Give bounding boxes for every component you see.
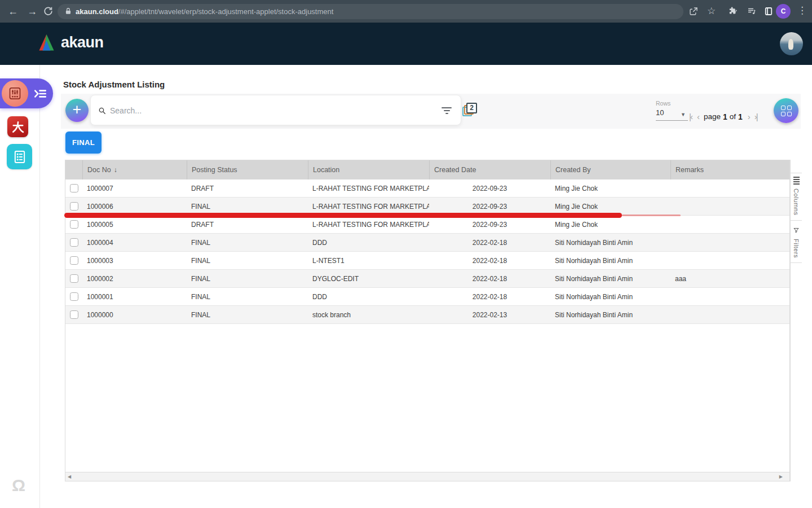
first-page-button[interactable]: |‹: [689, 112, 692, 121]
status-filter-chip[interactable]: FINAL: [65, 132, 102, 154]
tab-columns[interactable]: Columns: [791, 173, 802, 221]
table-row[interactable]: 1000007 DRAFT L-RAHAT TESTING FOR MARKET…: [65, 179, 789, 198]
filter-funnel-icon: [793, 226, 800, 236]
control-panel-button[interactable]: [2, 80, 28, 107]
user-avatar[interactable]: [780, 32, 803, 55]
cell-created-by: Siti Norhidayah Binti Amin: [550, 288, 670, 305]
support-headset-icon[interactable]: Ω: [12, 476, 25, 495]
header-checkbox-column: [65, 160, 82, 179]
cell-created-by: Siti Norhidayah Binti Amin: [550, 234, 670, 251]
row-checkbox[interactable]: [70, 184, 78, 192]
search-input[interactable]: [110, 103, 426, 118]
table-row[interactable]: 1000005 DRAFT L-RAHAT TESTING FOR MARKET…: [65, 216, 789, 234]
rows-per-page-value: 10: [656, 108, 664, 117]
cell-created-date: 2022-09-23: [429, 216, 550, 233]
add-record-button[interactable]: +: [65, 99, 89, 122]
sliders-icon: [7, 86, 23, 101]
cell-location: L-RAHAT TESTING FOR MARKETPLACE: [308, 179, 429, 197]
duplicate-pages-icon[interactable]: 2: [462, 103, 478, 119]
extensions-puzzle-icon[interactable]: [728, 6, 738, 16]
cell-location: L-NTEST1: [308, 252, 429, 269]
page-current: 1: [723, 112, 727, 121]
lock-icon: [64, 7, 72, 15]
cell-posting-status: FINAL: [187, 288, 308, 305]
row-checkbox[interactable]: [70, 202, 78, 211]
cell-posting-status: FINAL: [187, 306, 308, 323]
table-row[interactable]: 1000003 FINAL L-NTEST1 2022-02-18 Siti N…: [65, 252, 789, 270]
column-header-created-date[interactable]: Created Date: [429, 160, 550, 179]
scroll-right-icon[interactable]: ▶: [779, 474, 783, 479]
column-header-location[interactable]: Location: [308, 160, 429, 179]
sort-desc-icon: ↓: [114, 166, 117, 174]
table-row[interactable]: 1000001 FINAL DDD 2022-02-18 Siti Norhid…: [65, 288, 789, 306]
tab-filters[interactable]: Filters: [791, 222, 802, 263]
page-total: 1: [738, 112, 743, 121]
row-checkbox[interactable]: [70, 220, 78, 229]
table-row[interactable]: 1000006 FINAL L-RAHAT TESTING FOR MARKET…: [65, 198, 789, 216]
panel-corner: [791, 160, 802, 173]
page-title: Stock Adjustment Listing: [63, 80, 165, 89]
page-of: of: [730, 112, 736, 121]
column-header-created-by[interactable]: Created By: [550, 160, 670, 179]
applet-icon-red[interactable]: [7, 116, 28, 137]
share-icon[interactable]: [689, 6, 699, 16]
cell-doc-no: 1000002: [82, 270, 187, 287]
address-bar[interactable]: akaun.cloud/#/applet/tnt/wavelet/erp/sto…: [58, 4, 683, 19]
horizontal-scrollbar[interactable]: ◀ ▶: [65, 472, 789, 481]
search-filter-icon[interactable]: [442, 107, 452, 116]
cell-remarks: [670, 198, 789, 215]
bookmark-star-icon[interactable]: ☆: [707, 5, 716, 17]
cell-doc-no: 1000004: [82, 234, 187, 251]
search-box: [90, 95, 461, 125]
cell-doc-no: 1000001: [82, 288, 187, 305]
browser-reload-icon[interactable]: [43, 6, 54, 16]
brand-logo: akaun: [36, 33, 104, 52]
column-header-doc-no[interactable]: Doc No↓: [82, 160, 187, 179]
cell-location: L-RAHAT TESTING FOR MARKETPLACE: [308, 216, 429, 233]
url-host: akaun.cloud: [76, 7, 118, 16]
cell-location: DDD: [308, 234, 429, 251]
media-playlist-icon[interactable]: [747, 6, 757, 16]
cell-posting-status: FINAL: [187, 252, 308, 269]
cell-created-by: Ming Jie Chok: [550, 179, 670, 197]
side-panel-icon[interactable]: [764, 6, 774, 16]
scroll-left-icon[interactable]: ◀: [68, 474, 71, 479]
expand-menu-icon[interactable]: [33, 86, 47, 101]
table-row[interactable]: 1000002 FINAL DYGLOC-EDIT 2022-02-18 Sit…: [65, 270, 789, 288]
applet-icon-teal[interactable]: [7, 144, 32, 169]
page-indicator: page 1 of 1: [704, 112, 743, 121]
row-checkbox[interactable]: [70, 256, 78, 265]
prev-page-button[interactable]: ‹: [697, 112, 699, 121]
rows-per-page-select[interactable]: 10 ▼: [656, 108, 688, 121]
cell-created-date: 2022-02-18: [429, 270, 550, 287]
grid-icon: [781, 106, 785, 110]
rows-per-page-label: Rows: [656, 100, 670, 107]
cell-posting-status: FINAL: [187, 234, 308, 251]
row-checkbox[interactable]: [70, 274, 78, 283]
row-checkbox[interactable]: [70, 238, 78, 247]
table-row[interactable]: 1000004 FINAL DDD 2022-02-18 Siti Norhid…: [65, 234, 789, 252]
cell-remarks: [670, 306, 789, 323]
grid-view-button[interactable]: [774, 98, 798, 123]
table-row[interactable]: 1000000 FINAL stock branch 2022-02-13 Si…: [65, 306, 789, 324]
akaun-triangle-icon: [36, 33, 57, 52]
floating-widget[interactable]: [0, 78, 53, 108]
cell-doc-no: 1000007: [82, 179, 187, 197]
pagination: |‹ ‹ page 1 of 1 › ›|: [689, 112, 757, 121]
url-path: /#/applet/tnt/wavelet/erp/stock-adjustme…: [118, 7, 334, 16]
column-header-remarks[interactable]: Remarks: [670, 160, 789, 179]
search-icon: [98, 106, 107, 115]
column-header-posting-status[interactable]: Posting Status: [187, 160, 308, 179]
browser-profile-avatar[interactable]: C: [776, 4, 791, 19]
browser-forward-icon[interactable]: →: [27, 5, 37, 18]
row-checkbox[interactable]: [70, 292, 78, 301]
browser-menu-icon[interactable]: ⋮: [797, 5, 807, 16]
stock-adjustment-table: Doc No↓ Posting Status Location Created …: [65, 160, 790, 481]
annotation-red-underline: [64, 213, 622, 218]
row-checkbox[interactable]: [70, 310, 78, 319]
cell-created-by: Siti Norhidayah Binti Amin: [550, 270, 670, 287]
listing-table-icon: [12, 149, 28, 165]
next-page-button[interactable]: ›: [748, 112, 749, 121]
last-page-button[interactable]: ›|: [754, 112, 757, 121]
browser-back-icon[interactable]: ←: [8, 5, 18, 18]
